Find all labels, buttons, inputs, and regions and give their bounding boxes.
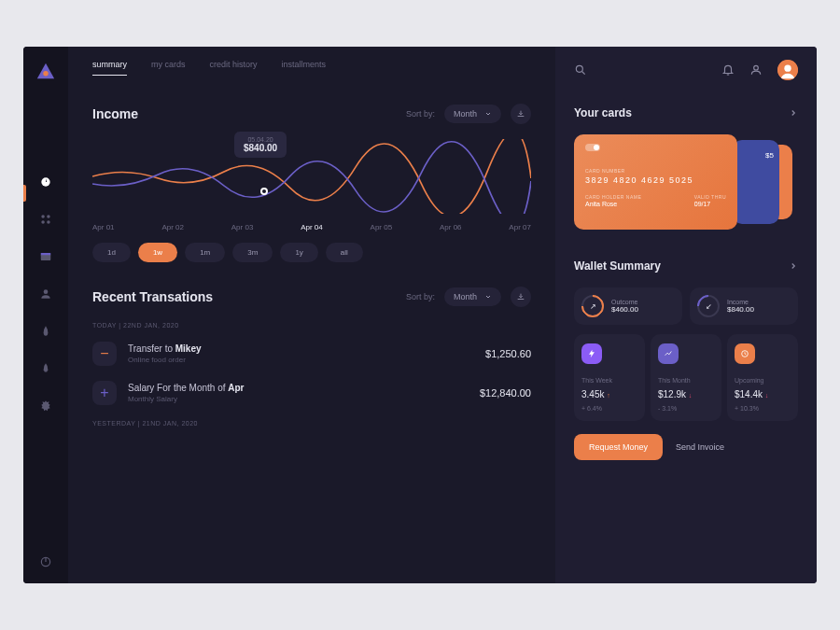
transactions-title: Recent Transations (92, 289, 213, 304)
outcome-label: Outcome (611, 299, 638, 305)
transaction-subtitle: Monthly Salary (128, 395, 469, 403)
cards-title: Your cards (574, 106, 632, 119)
card-holder-label: CARD HOLDER NAME (585, 194, 641, 200)
stat-upcoming-value: $14.4k ↓ (735, 389, 791, 399)
tab-credit-history[interactable]: credit history (210, 60, 258, 76)
trend-icon (658, 343, 679, 364)
top-bar (574, 60, 798, 80)
wallet-income[interactable]: ↙ Income $840.00 (690, 287, 798, 325)
nav-fire-icon[interactable] (39, 325, 52, 338)
center-panel: summary my cards credit history installm… (68, 47, 555, 583)
range-all[interactable]: all (326, 243, 363, 262)
bell-icon[interactable] (721, 63, 735, 77)
transaction-title: Salary For the Month of Apr (128, 383, 469, 393)
income-sort-label: Sort by: (406, 109, 435, 119)
bolt-icon (581, 343, 602, 364)
chevron-right-icon[interactable] (789, 258, 798, 274)
income-sort-select[interactable]: Month (444, 105, 501, 123)
income-download-button[interactable] (511, 104, 531, 124)
income-info: Income $840.00 (727, 299, 754, 314)
plus-icon: + (92, 381, 117, 405)
date-label: Apr 05 (371, 223, 393, 231)
tab-summary[interactable]: summary (92, 60, 127, 76)
card-back-number: $5 (765, 151, 774, 160)
stat-week[interactable]: This Week 3.45k ↑ + 6.4% (574, 334, 645, 421)
transaction-amount: $1,250.60 (485, 348, 531, 359)
range-1m[interactable]: 1m (185, 243, 225, 262)
wallet-outcome[interactable]: ↗ Outcome $460.00 (574, 287, 682, 325)
stat-month-change: - 3.1% (658, 405, 714, 412)
transaction-row[interactable]: + Salary For the Month of Apr Monthly Sa… (92, 381, 531, 405)
stat-month-value: $12.9k ↓ (658, 389, 714, 399)
transactions-sort-wrap: Sort by: Month (406, 287, 531, 307)
card-holder-name: Anita Rose (585, 201, 641, 207)
stat-upcoming-change: + 10.3% (735, 405, 791, 412)
svg-rect-7 (41, 253, 51, 255)
stat-week-change: + 6.4% (581, 405, 637, 412)
tab-installments[interactable]: installments (282, 60, 327, 76)
chevron-down-icon (484, 110, 492, 118)
stat-upcoming-label: Upcoming (735, 377, 791, 384)
nav-wallet-icon[interactable] (39, 250, 52, 263)
wallet-boxes: ↗ Outcome $460.00 ↙ Income $840.00 (574, 287, 798, 325)
income-value: $840.00 (727, 305, 754, 314)
transactions-download-button[interactable] (511, 287, 531, 307)
tab-my-cards[interactable]: my cards (151, 60, 186, 76)
nav-rocket-icon[interactable] (39, 362, 52, 375)
svg-point-15 (784, 65, 791, 72)
card-valid-value: 09/17 (694, 201, 726, 207)
transactions-header: Recent Transations Sort by: Month (92, 287, 531, 307)
transaction-title: Transfer to Mikey (128, 343, 474, 354)
right-panel: Your cards $5 CARD NUMBER 3829 4820 4629… (555, 47, 817, 583)
avatar[interactable] (777, 60, 798, 80)
minus-icon: − (92, 342, 117, 366)
outcome-ring-icon: ↗ (581, 295, 604, 317)
svg-point-11 (576, 65, 582, 72)
range-1y[interactable]: 1y (280, 243, 317, 262)
date-label: Apr 02 (161, 223, 184, 231)
card-valid-label: VALID THRU (694, 194, 726, 200)
outcome-info: Outcome $460.00 (611, 299, 638, 314)
income-ring-icon: ↙ (697, 295, 720, 317)
date-label: Apr 06 (440, 223, 462, 231)
card-primary: CARD NUMBER 3829 4820 4629 5025 CARD HOL… (574, 134, 737, 230)
transaction-info: Salary For the Month of Apr Monthly Sala… (128, 383, 469, 403)
range-1d[interactable]: 1d (92, 243, 131, 262)
transaction-info: Transfer to Mikey Online food order (128, 343, 474, 364)
transactions-date-today: TODAY | 22ND JAN, 2020 (92, 322, 531, 329)
income-header: Income Sort by: Month (92, 104, 531, 124)
transactions-sort-label: Sort by: (406, 292, 435, 301)
cards-stack[interactable]: $5 CARD NUMBER 3829 4820 4629 5025 CARD … (574, 134, 798, 237)
top-right-icons (721, 60, 798, 80)
nav-apps-icon[interactable] (39, 213, 52, 226)
range-1w[interactable]: 1w (138, 243, 177, 262)
clock-icon (735, 343, 755, 364)
nav-user-icon[interactable] (39, 287, 52, 301)
power-icon[interactable] (39, 555, 52, 568)
tooltip-date: 05.04.20 (244, 136, 277, 143)
user-icon[interactable] (749, 63, 763, 77)
transaction-row[interactable]: − Transfer to Mikey Online food order $1… (92, 342, 531, 366)
request-money-button[interactable]: Request Money (574, 434, 663, 460)
transactions-date-yesterday: YESTERDAY | 21ND JAN, 2020 (92, 420, 531, 427)
svg-point-4 (41, 220, 45, 224)
date-label: Apr 03 (231, 223, 254, 231)
cards-header: Your cards (574, 105, 798, 121)
transactions-sort-select[interactable]: Month (444, 287, 501, 306)
card-chip-icon (585, 144, 600, 151)
sidebar-nav (39, 175, 52, 413)
nav-settings-icon[interactable] (39, 399, 52, 413)
date-label: Apr 07 (509, 223, 531, 231)
date-label-active: Apr 04 (301, 223, 323, 231)
logo-icon (35, 62, 56, 82)
active-indicator (23, 185, 26, 202)
app-container: summary my cards credit history installm… (23, 47, 817, 583)
chevron-right-icon[interactable] (789, 105, 798, 121)
nav-dashboard-icon[interactable] (39, 175, 52, 189)
send-invoice-button[interactable]: Send Invoice (676, 442, 724, 452)
stat-upcoming[interactable]: Upcoming $14.4k ↓ + 10.3% (727, 334, 798, 421)
search-icon[interactable] (574, 63, 587, 77)
stat-week-value: 3.45k ↑ (581, 389, 637, 399)
range-3m[interactable]: 3m (232, 243, 273, 262)
stat-month[interactable]: This Month $12.9k ↓ - 3.1% (651, 334, 721, 421)
